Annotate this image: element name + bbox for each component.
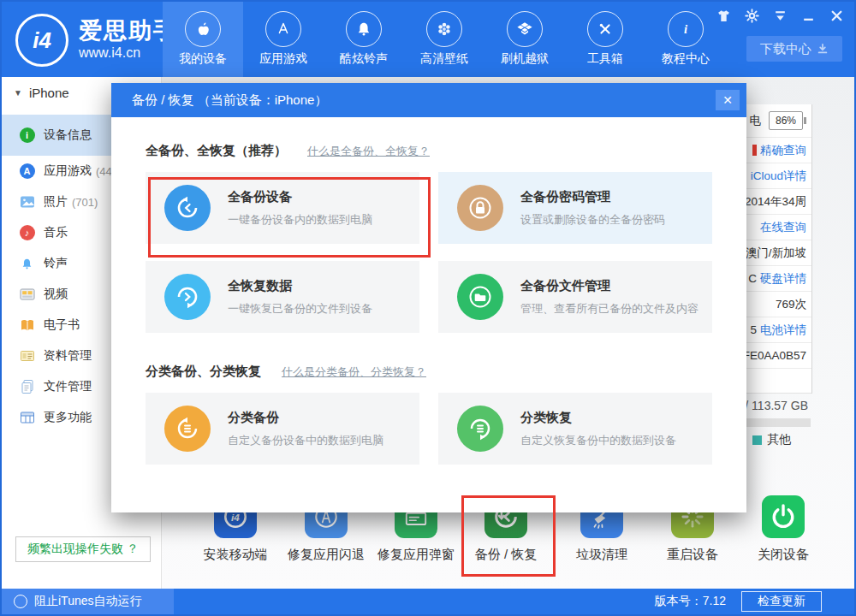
sidebar-item-label: 照片 [44,194,68,210]
id-card-icon [19,348,35,364]
photos-icon [19,194,35,210]
bell-icon [346,11,382,47]
modal-close-button[interactable]: ✕ [716,90,740,110]
card-title: 分类恢复 [520,410,676,426]
tool-label: 备份 / 恢复 [463,547,549,563]
clipped-red-text-fragment [752,145,757,156]
info-row: 769次 [736,292,811,317]
card-full-backup-device[interactable]: 全备份设备一键备份设备内的数据到电脑 [146,172,419,244]
clipped-label: 电 [750,113,762,128]
section-heading-category-backup: 分类备份、分类恢复 什么是分类备份、分类恢复？ [146,364,712,379]
sidebar-item-label: 铃声 [44,256,68,271]
card-category-restore[interactable]: 分类恢复自定义恢复备份中的数据到设备 [438,393,712,465]
nav-label: 高清壁纸 [420,51,468,67]
nav-label: 刷机越狱 [501,51,549,67]
tool-label: 安装移动端 [193,547,278,563]
itunes-toggle[interactable]: 阻止iTunes自动运行 [2,589,174,614]
what-is-category-backup-link[interactable]: 什么是分类备份、分类恢复？ [282,364,426,380]
battery-details-link[interactable]: 电池详情 [760,323,806,338]
card-desc: 自定义恢复备份中的数据到设备 [520,433,676,448]
card-desc: 自定义备份设备中的数据到电脑 [228,433,383,448]
grid-table-icon [19,410,35,426]
tool-label: 修复应用闪退 [283,547,369,563]
tool-label: 修复应用弹窗 [373,547,459,563]
battery-percent: 86% [776,115,796,127]
sidebar-item-label: 资料管理 [44,348,92,364]
nav-label: 我的设备 [179,51,227,67]
info-row: FE0AA0B57 [736,343,811,369]
card-category-backup[interactable]: 分类备份自定义备份设备中的数据到电脑 [146,393,419,465]
clipped-label: C [748,272,757,285]
nav-label: 教程中心 [662,51,710,67]
card-full-restore-data[interactable]: 全恢复数据一键恢复已备份的文件到设备 [146,261,419,333]
nav-apps-games[interactable]: 应用游戏 [243,2,324,77]
bell-icon [19,256,35,272]
info-value: 2014年34周 [745,194,806,210]
tools-icon [587,11,623,47]
card-title: 全备份设备 [228,189,372,205]
i4-logo-icon: i4 [15,14,68,67]
help-button[interactable]: 频繁出现操作失败 ？ [15,536,151,562]
online-query-link[interactable]: 在线查询 [760,220,806,235]
backup-device-icon [164,185,211,231]
check-update-button[interactable]: 检查更新 [741,591,822,612]
info-row: 精确查询 [736,138,811,163]
modal-title: 备份 / 恢复 （当前设备：iPhone） [132,92,327,109]
info-value: FE0AA0B57 [743,349,806,362]
folder-icon [457,274,503,320]
nav-wallpapers[interactable]: 高清壁纸 [404,2,484,77]
info-icon: i [668,11,704,47]
device-info-panel: 电 86% 精确查询 iCloud详情 2014年34周 在线查询 澳门/新加坡… [736,104,812,394]
settings-gear-icon[interactable] [744,8,759,23]
info-row: 在线查询 [736,215,811,240]
backup-restore-modal: 备份 / 恢复 （当前设备：iPhone） ✕ 全备份、全恢复（推荐） 什么是全… [111,83,746,512]
svg-text:i: i [684,22,687,36]
nav-label: 工具箱 [587,51,623,67]
nav-label: 酷炫铃声 [340,51,388,67]
device-info-icon: i [19,127,35,144]
video-icon [19,287,35,303]
info-row: 澳门/新加坡 [736,240,811,266]
card-desc: 一键备份设备内的数据到电脑 [228,212,372,228]
book-icon [19,317,35,334]
app-window: i4 爱思助手 www.i4.cn 我的设备 应用游戏 酷炫铃声 高清壁纸 [0,0,856,616]
card-backup-password-management[interactable]: 全备份密码管理设置或删除设备的全备份密码 [438,172,712,244]
disk-details-link[interactable]: 硬盘详情 [760,271,806,287]
appstore-icon [265,11,301,47]
svg-text:i4: i4 [231,512,240,523]
card-title: 分类备份 [228,410,383,426]
music-icon: ♪ [19,225,35,241]
nav-jailbreak[interactable]: 刷机越狱 [484,2,565,77]
icloud-details-link[interactable]: iCloud详情 [751,169,806,184]
tool-power-off-device[interactable]: 关闭设备 [740,495,826,563]
box-icon [507,11,543,47]
nav-toolbox[interactable]: 工具箱 [565,2,645,77]
clipped-label: 5 [750,323,757,336]
sidebar-item-label: 音乐 [44,225,68,240]
info-value: 769次 [776,297,806,312]
precise-query-link[interactable]: 精确查询 [760,143,806,158]
sidebar-item-label: 电子书 [44,317,80,333]
files-icon [19,379,35,395]
minimize-icon[interactable] [800,8,816,23]
tool-label: 关闭设备 [740,547,826,563]
collapse-icon[interactable] [772,8,788,23]
download-center-label: 下载中心 [760,41,811,57]
nav-ringtones[interactable]: 酷炫铃声 [324,2,404,77]
title-bar: i4 爱思助手 www.i4.cn 我的设备 应用游戏 酷炫铃声 高清壁纸 [2,2,854,77]
appstore-icon: A [19,163,35,180]
version-label: 版本号：7.12 [655,594,726,609]
what-is-full-backup-link[interactable]: 什么是全备份、全恢复？ [307,144,430,159]
download-center-button[interactable]: 下载中心 [746,36,842,62]
power-icon [762,495,805,538]
legend-swatch [752,435,762,445]
modal-title-bar: 备份 / 恢复 （当前设备：iPhone） ✕ [111,83,746,117]
close-icon[interactable] [829,8,844,23]
nav-my-device[interactable]: 我的设备 [163,2,243,77]
card-title: 全备份文件管理 [520,278,698,294]
info-value: 澳门/新加坡 [746,246,806,261]
nav-tutorials[interactable]: i 教程中心 [645,2,726,77]
skin-icon[interactable] [716,8,731,23]
restore-data-icon [164,274,211,320]
card-backup-file-management[interactable]: 全备份文件管理管理、查看所有已备份的文件及内容 [438,261,712,333]
